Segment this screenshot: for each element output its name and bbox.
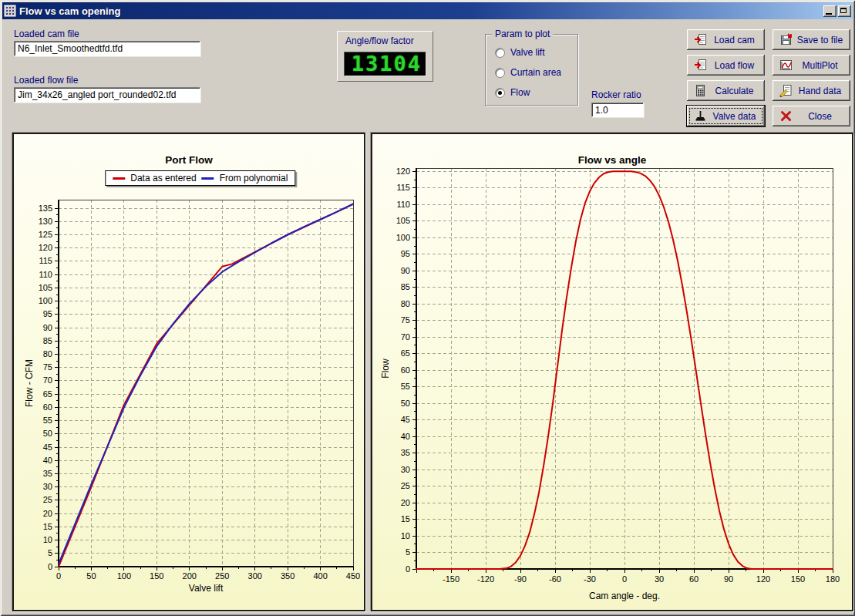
svg-text:5: 5	[406, 547, 410, 557]
svg-text:70: 70	[43, 375, 52, 385]
svg-text:-90: -90	[514, 574, 527, 584]
svg-text:Flow - CFM: Flow - CFM	[24, 359, 35, 407]
svg-text:Valve lift: Valve lift	[189, 583, 224, 594]
svg-text:50: 50	[401, 399, 410, 408]
radio-curtain-area-icon[interactable]	[495, 68, 505, 78]
svg-text:115: 115	[396, 183, 410, 192]
svg-text:35: 35	[43, 469, 52, 478]
port-flow-chart: 0501001502002503003504004500510152025303…	[14, 134, 364, 610]
param-to-plot-group: Param to plot Valve lift Curtain area Fl…	[485, 34, 578, 106]
load-cam-label: Load cam	[707, 35, 765, 45]
svg-text:60: 60	[401, 365, 410, 375]
svg-text:100: 100	[39, 296, 52, 305]
svg-text:25: 25	[401, 481, 410, 490]
svg-text:350: 350	[281, 571, 295, 581]
calculate-icon	[694, 84, 707, 97]
valve-data-label: Valve data	[707, 111, 765, 122]
radio-flow-icon[interactable]	[495, 88, 505, 98]
legend-blue-line-sample	[202, 177, 214, 180]
svg-text:40: 40	[43, 456, 52, 465]
app-window: Flow vs cam opening Loaded cam file Load…	[0, 0, 855, 616]
cam-file-label: Loaded cam file	[14, 29, 79, 39]
svg-text:70: 70	[401, 332, 410, 342]
load-flow-button[interactable]: Load flow	[687, 55, 765, 76]
svg-text:60: 60	[689, 574, 698, 584]
save-to-file-icon	[779, 33, 793, 46]
svg-text:0: 0	[406, 564, 410, 574]
hand-data-label: Hand data	[793, 86, 850, 96]
svg-text:30: 30	[401, 465, 410, 474]
svg-text:250: 250	[215, 571, 229, 581]
rocker-ratio-label: Rocker ratio	[591, 89, 641, 100]
radio-curtain-area[interactable]: Curtain area	[495, 67, 561, 78]
radio-valve-lift[interactable]: Valve lift	[495, 47, 544, 58]
svg-text:120: 120	[39, 243, 52, 252]
svg-text:45: 45	[401, 415, 410, 424]
param-to-plot-title: Param to plot	[492, 29, 553, 39]
save-to-file-button[interactable]: Save to file	[773, 29, 850, 50]
svg-text:Port Flow: Port Flow	[165, 154, 213, 166]
svg-text:5: 5	[48, 548, 52, 557]
rocker-ratio-input[interactable]	[591, 103, 644, 117]
svg-text:90: 90	[401, 266, 410, 275]
svg-text:20: 20	[401, 498, 410, 507]
radio-valve-lift-icon[interactable]	[495, 48, 505, 58]
port-flow-legend: Data as entered From polynomial	[105, 170, 295, 186]
svg-text:450: 450	[346, 571, 360, 581]
svg-text:25: 25	[43, 495, 52, 504]
close-icon	[779, 109, 793, 123]
multiplot-icon	[779, 59, 793, 72]
svg-text:150: 150	[791, 574, 805, 584]
svg-text:95: 95	[401, 249, 410, 258]
svg-text:125: 125	[39, 230, 52, 239]
angle-flow-factor-panel: Angle/flow factor 13104	[337, 31, 433, 82]
valve-data-button[interactable]: Valve data	[687, 106, 765, 126]
svg-text:-120: -120	[477, 574, 494, 584]
hand-data-button[interactable]: Hand data	[773, 80, 850, 101]
app-icon	[4, 5, 16, 17]
svg-text:30: 30	[655, 574, 664, 584]
minimize-icon	[826, 13, 832, 15]
svg-text:120: 120	[396, 167, 410, 176]
radio-flow[interactable]: Flow	[495, 87, 530, 98]
window-title: Flow vs cam opening	[19, 5, 822, 17]
svg-text:65: 65	[43, 389, 52, 399]
svg-text:400: 400	[313, 571, 327, 581]
svg-text:-150: -150	[443, 574, 459, 584]
load-cam-button[interactable]: Load cam	[687, 29, 765, 50]
port-flow-chart-panel: 0501001502002503003504004500510152025303…	[12, 133, 365, 611]
svg-text:200: 200	[183, 571, 197, 581]
close-button[interactable]: Close	[773, 106, 850, 126]
flow-file-input[interactable]	[14, 87, 200, 103]
svg-text:80: 80	[43, 349, 52, 358]
angle-flow-factor-label: Angle/flow factor	[345, 35, 433, 46]
svg-text:130: 130	[39, 217, 52, 226]
svg-text:80: 80	[401, 299, 410, 308]
svg-text:Flow vs angle: Flow vs angle	[578, 154, 647, 166]
multiplot-button[interactable]: MultiPlot	[773, 55, 850, 76]
svg-text:Flow: Flow	[380, 358, 391, 379]
svg-text:10: 10	[43, 535, 52, 544]
angle-flow-factor-display: 13104	[344, 52, 426, 76]
minimize-button[interactable]	[823, 5, 836, 17]
svg-text:-30: -30	[584, 574, 596, 584]
valve-data-icon	[694, 109, 707, 123]
title-bar: Flow vs cam opening	[2, 2, 853, 19]
svg-text:10: 10	[401, 531, 410, 540]
svg-text:105: 105	[396, 216, 410, 225]
svg-text:0: 0	[48, 562, 52, 571]
svg-text:20: 20	[43, 509, 52, 518]
svg-text:30: 30	[43, 482, 52, 491]
svg-text:300: 300	[248, 571, 262, 581]
radio-curtain-area-label: Curtain area	[510, 67, 561, 78]
hand-data-icon	[779, 84, 793, 97]
svg-text:180: 180	[826, 574, 840, 584]
svg-text:55: 55	[43, 416, 52, 425]
calculate-label: Calculate	[707, 86, 765, 96]
flow-file-label: Loaded flow file	[14, 75, 78, 86]
svg-text:110: 110	[396, 200, 410, 209]
cam-file-input[interactable]	[14, 41, 200, 56]
calculate-button[interactable]: Calculate	[687, 80, 765, 101]
legend-red-label: Data as entered	[130, 173, 196, 183]
maximize-button[interactable]	[838, 5, 851, 17]
